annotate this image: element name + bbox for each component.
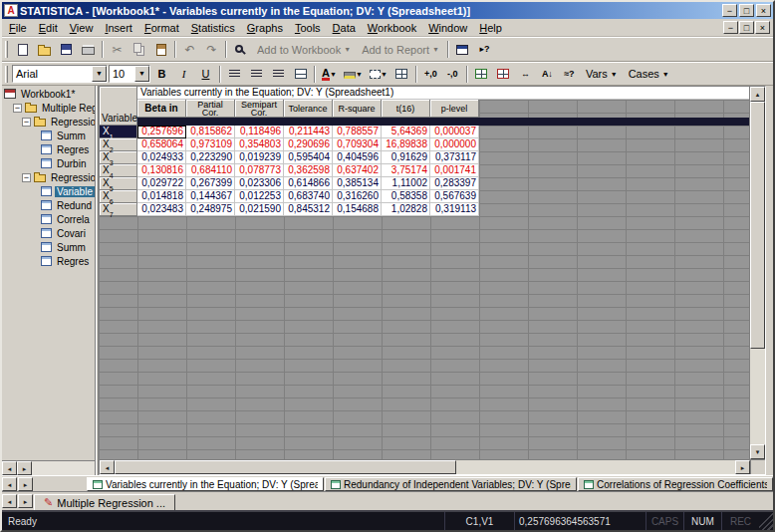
font-color-button[interactable]: A▼ bbox=[319, 64, 340, 84]
vertical-scroll-thumb[interactable] bbox=[750, 102, 765, 349]
data-cell[interactable]: 0,118496 bbox=[235, 126, 284, 138]
scroll-right-button[interactable]: ▸ bbox=[735, 460, 750, 474]
chevron-down-icon[interactable]: ▼ bbox=[134, 66, 149, 82]
sheet-tab-2[interactable]: Correlations of Regression Coefficients … bbox=[578, 477, 773, 491]
tree-item-regression[interactable]: −Regression bbox=[2, 170, 95, 184]
data-cell[interactable]: 0,248975 bbox=[186, 203, 235, 216]
underline-button[interactable]: U bbox=[195, 64, 216, 84]
open-button[interactable] bbox=[34, 40, 55, 60]
data-cell[interactable]: 0,012253 bbox=[235, 190, 284, 203]
data-cell[interactable]: 0,684110 bbox=[186, 164, 235, 177]
sheet-tab-0[interactable]: Variables currently in the Equation; DV:… bbox=[87, 477, 324, 491]
cut-button[interactable]: ✂ bbox=[107, 40, 128, 60]
column-header-6[interactable]: p-level bbox=[430, 100, 479, 118]
adjust-columns-button[interactable]: ↔ bbox=[515, 64, 536, 84]
close-button[interactable]: × bbox=[756, 4, 771, 17]
row-header[interactable]: X4 bbox=[100, 164, 137, 177]
data-cell[interactable]: 0,316260 bbox=[333, 190, 382, 203]
data-cell[interactable]: 0,683740 bbox=[284, 190, 333, 203]
tree-item-covari[interactable]: Covari bbox=[2, 226, 95, 240]
data-cell[interactable]: 0,023483 bbox=[137, 203, 186, 216]
row-header[interactable]: X5 bbox=[100, 177, 137, 190]
borders-button[interactable]: ▼ bbox=[367, 64, 390, 84]
data-cell[interactable]: 0,019239 bbox=[235, 151, 284, 164]
horizontal-scroll-thumb[interactable] bbox=[115, 460, 456, 474]
data-cell[interactable]: 0,023306 bbox=[235, 177, 284, 190]
data-cell[interactable]: 0,257696 bbox=[137, 126, 186, 138]
align-right-button[interactable] bbox=[268, 64, 289, 84]
fill-color-button[interactable]: ▼ bbox=[341, 64, 366, 84]
tree-horizontal-scrollbar[interactable]: ◂ ▸ bbox=[2, 460, 95, 475]
wbtabs-scroll-left-button[interactable]: ◂ bbox=[2, 494, 17, 508]
tree-item-durbin[interactable]: Durbin bbox=[2, 156, 95, 170]
font-family-select[interactable]: Arial ▼ bbox=[12, 65, 108, 83]
toolbar-grip[interactable] bbox=[5, 66, 8, 83]
tree-item-redund[interactable]: Redund bbox=[2, 198, 95, 212]
context-help-button[interactable]: ▸? bbox=[474, 40, 495, 60]
add-to-report-button[interactable]: Add to Report▼ bbox=[357, 40, 444, 60]
data-cell[interactable]: 0,029722 bbox=[137, 177, 186, 190]
data-cell[interactable]: 0,709304 bbox=[333, 138, 382, 151]
copy-button[interactable] bbox=[129, 40, 149, 60]
data-cell[interactable]: 0,637402 bbox=[333, 164, 382, 177]
data-cell[interactable]: 16,89838 bbox=[382, 138, 430, 151]
menu-workbook[interactable]: Workbook bbox=[362, 21, 422, 35]
data-cell[interactable]: 0,658064 bbox=[137, 138, 186, 151]
child-minimize-button[interactable]: − bbox=[723, 21, 738, 34]
chevron-down-icon[interactable]: ▼ bbox=[92, 66, 107, 82]
data-cell[interactable]: 0,223290 bbox=[186, 151, 235, 164]
scroll-left-button[interactable]: ◂ bbox=[100, 460, 115, 474]
data-cell[interactable]: 1,02828 bbox=[382, 203, 430, 216]
data-cell[interactable]: 0,283397 bbox=[430, 177, 479, 190]
data-cell[interactable]: 1,11002 bbox=[382, 177, 430, 190]
data-cell[interactable]: 0,845312 bbox=[284, 203, 333, 216]
horizontal-scroll-track[interactable] bbox=[115, 460, 735, 474]
menu-graphs[interactable]: Graphs bbox=[241, 21, 289, 35]
tabs-scroll-left-button[interactable]: ◂ bbox=[2, 477, 17, 491]
column-header-3[interactable]: Tolerance bbox=[284, 100, 333, 118]
bold-button[interactable]: B bbox=[151, 64, 172, 84]
format-marks-button[interactable]: ≈? bbox=[559, 64, 580, 84]
data-cell[interactable]: 0,385134 bbox=[333, 177, 382, 190]
menu-insert[interactable]: Insert bbox=[99, 21, 138, 35]
collapse-icon[interactable]: − bbox=[22, 118, 31, 127]
sort-button[interactable]: A↓ bbox=[537, 64, 558, 84]
resize-grip[interactable] bbox=[759, 512, 773, 530]
tree-item-summ[interactable]: Summ bbox=[2, 240, 95, 254]
menu-view[interactable]: View bbox=[64, 21, 100, 35]
data-cell[interactable]: 0,014818 bbox=[137, 190, 186, 203]
row-header[interactable]: X1 bbox=[100, 126, 137, 138]
data-cell[interactable]: 0,788557 bbox=[333, 126, 382, 138]
row-header[interactable]: X2 bbox=[100, 138, 137, 151]
data-cell[interactable]: 0,154688 bbox=[333, 203, 382, 216]
row-header[interactable]: X6 bbox=[100, 190, 137, 203]
menu-file[interactable]: File bbox=[3, 21, 33, 35]
decrease-decimals-button[interactable]: -,0 bbox=[442, 64, 463, 84]
column-header-5[interactable]: t(16) bbox=[382, 100, 430, 118]
add-to-workbook-button[interactable]: Add to Workbook▼ bbox=[252, 40, 356, 60]
tabs-scroll-right-button[interactable]: ▸ bbox=[18, 477, 33, 491]
data-cell[interactable]: 5,64369 bbox=[382, 126, 430, 138]
tree-item-workbook1-[interactable]: Workbook1* bbox=[2, 87, 95, 101]
tree-item-regres[interactable]: Regres bbox=[2, 254, 95, 268]
menu-statistics[interactable]: Statistics bbox=[185, 21, 241, 35]
wbtabs-scroll-right-button[interactable]: ▸ bbox=[18, 494, 33, 508]
tree-scroll-left-button[interactable]: ◂ bbox=[2, 461, 17, 475]
data-cell[interactable]: 0,319113 bbox=[430, 203, 479, 216]
tree-item-correla[interactable]: Correla bbox=[2, 212, 95, 226]
tree-scroll-right-button[interactable]: ▸ bbox=[17, 461, 32, 475]
data-cell[interactable]: 0,001741 bbox=[430, 164, 479, 177]
tree-item-summ[interactable]: Summ bbox=[2, 129, 95, 142]
redo-button[interactable]: ↷ bbox=[201, 40, 222, 60]
collapse-icon[interactable]: − bbox=[13, 104, 22, 113]
vertical-scroll-track[interactable] bbox=[750, 102, 765, 444]
data-cell[interactable]: 0,567639 bbox=[430, 190, 479, 203]
window-button[interactable] bbox=[452, 40, 473, 60]
italic-button[interactable]: I bbox=[173, 64, 194, 84]
align-left-button[interactable] bbox=[224, 64, 245, 84]
row-header[interactable]: X7 bbox=[100, 203, 137, 216]
data-cell[interactable]: 0,144367 bbox=[186, 190, 235, 203]
tree-item-variable[interactable]: Variable bbox=[2, 184, 95, 198]
collapse-icon[interactable]: − bbox=[22, 173, 31, 182]
data-cell[interactable]: 0,373117 bbox=[430, 151, 479, 164]
